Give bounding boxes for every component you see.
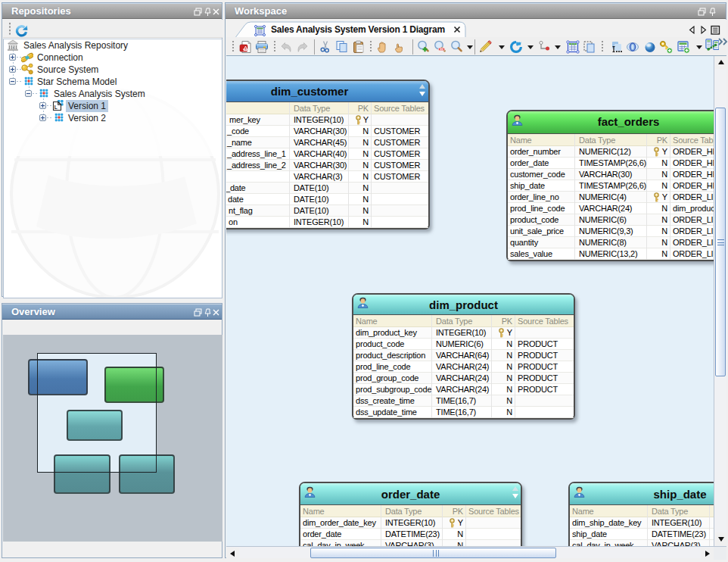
svg-text:L: L <box>54 105 58 110</box>
